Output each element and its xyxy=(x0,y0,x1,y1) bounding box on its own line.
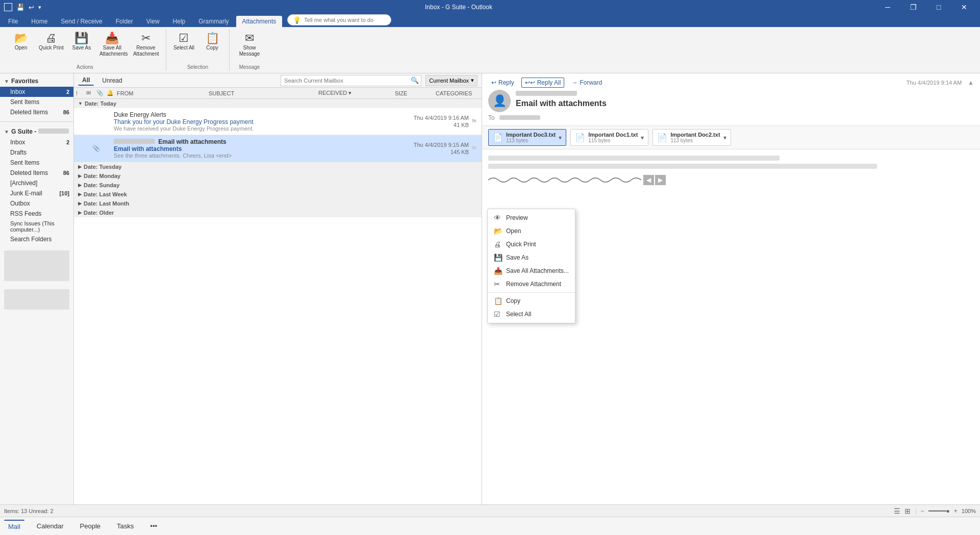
filter-all[interactable]: All xyxy=(78,75,94,86)
sidebar-item-sent[interactable]: Sent Items xyxy=(0,97,73,107)
tell-me-box[interactable]: 💡 xyxy=(287,14,391,26)
tab-view[interactable]: View xyxy=(140,16,166,27)
date-group-lastweek[interactable]: ▶Date: Last Week xyxy=(74,190,482,199)
context-open-icon: 📂 xyxy=(494,227,502,235)
sunday-label: Date: Sunday xyxy=(84,182,119,188)
scroll-up-icon[interactable]: ▲ xyxy=(968,79,974,86)
header-subject[interactable]: SUBJECT xyxy=(209,90,318,96)
sidebar-item-sent2[interactable]: Sent Items xyxy=(0,158,73,168)
nav-more[interactable]: ••• xyxy=(146,520,161,532)
mailbox-dropdown[interactable]: Current Mailbox ▾ xyxy=(425,75,478,86)
nav-tasks[interactable]: Tasks xyxy=(113,520,138,532)
save-all-button[interactable]: 📥 Save All Attachments xyxy=(96,31,128,59)
context-select-all[interactable]: ☑ Select All xyxy=(488,308,575,321)
zoom-minus[interactable]: − xyxy=(921,507,924,515)
zoom-plus[interactable]: + xyxy=(954,507,958,515)
attachment-item-1[interactable]: 📄 Important Doc3.txt 113 bytes ▾ xyxy=(488,129,566,146)
prev-arrow[interactable]: ◀ xyxy=(643,175,654,185)
tab-attachments[interactable]: Attachments xyxy=(236,16,283,27)
select-all-button[interactable]: ☑ Select All xyxy=(170,31,197,53)
context-save-as[interactable]: 💾 Save As xyxy=(488,251,575,264)
sidebar-item-inbox[interactable]: Inbox 2 xyxy=(0,87,73,97)
close-button[interactable]: ✕ xyxy=(952,0,976,14)
window-title: Inbox - G Suite - Outlook xyxy=(41,4,876,11)
nav-calendar[interactable]: Calendar xyxy=(33,520,68,532)
header-size[interactable]: SIZE xyxy=(395,90,436,96)
search-input[interactable] xyxy=(281,78,409,84)
tab-file[interactable]: File xyxy=(2,16,24,27)
reply-all-button[interactable]: ↩↩ Reply All xyxy=(521,78,565,88)
reading-pane-icon[interactable]: ⊞ xyxy=(904,507,911,515)
att-arrow-3[interactable]: ▾ xyxy=(723,134,726,141)
context-save-all[interactable]: 📥 Save All Attachments... xyxy=(488,264,575,277)
email-flag-1[interactable]: ⚑ xyxy=(471,117,478,125)
gsuite-header[interactable]: ▼ G Suite - xyxy=(0,126,73,137)
header-received[interactable]: RECEIVED ▾ xyxy=(318,90,395,96)
sidebar-item-deleted[interactable]: Deleted Items 86 xyxy=(0,107,73,117)
tell-me-input[interactable] xyxy=(304,17,386,23)
att-size-3: 113 bytes xyxy=(670,138,720,143)
email-flag-2[interactable]: ⚑ xyxy=(471,144,478,152)
sidebar-item-search-folders[interactable]: Search Folders xyxy=(0,234,73,244)
email-row-2[interactable]: 📎 Email with attachments Email with atta… xyxy=(74,135,482,162)
open-button[interactable]: 📂 Open xyxy=(8,31,34,53)
zoom-slider[interactable]: ━━━━━● xyxy=(928,507,950,515)
context-quick-print[interactable]: 🖨 Quick Print xyxy=(488,238,575,251)
sidebar-item-outbox[interactable]: Outbox xyxy=(0,198,73,209)
title-bar-controls: ─ ❐ □ ✕ xyxy=(876,0,976,14)
reply-button[interactable]: ↩ Reply xyxy=(488,78,517,87)
restore-button[interactable]: ❐ xyxy=(901,0,925,14)
nav-mail[interactable]: Mail xyxy=(4,520,24,532)
save-as-button[interactable]: 💾 Save As xyxy=(69,31,94,53)
reading-pane-header: ↩ Reply ↩↩ Reply All → Forward Thu 4/4/2… xyxy=(482,73,980,126)
next-arrow[interactable]: ▶ xyxy=(655,175,666,185)
attachment-item-3[interactable]: 📄 Important Doc2.txt 113 bytes ▾ xyxy=(652,129,731,146)
tab-folder[interactable]: Folder xyxy=(110,16,139,27)
context-copy[interactable]: 📋 Copy xyxy=(488,294,575,308)
date-group-today[interactable]: ▼ Date: Today xyxy=(74,99,482,108)
nav-people[interactable]: People xyxy=(76,520,105,532)
sidebar-item-deleted2[interactable]: Deleted Items 86 xyxy=(0,168,73,178)
list-view-icon[interactable]: ☰ xyxy=(894,507,900,515)
sidebar-item-gsuite-inbox[interactable]: Inbox 2 xyxy=(0,137,73,147)
filter-unread[interactable]: Unread xyxy=(98,76,126,85)
remove-attachment-button[interactable]: ✂ Remove Attachment xyxy=(130,31,162,59)
older-expand-icon: ▶ xyxy=(78,210,82,215)
maximize-button[interactable]: □ xyxy=(927,0,950,14)
header-from[interactable]: FROM xyxy=(117,90,209,96)
bottom-nav: Mail Calendar People Tasks ••• xyxy=(0,517,980,535)
copy-button[interactable]: 📋 Copy xyxy=(199,31,225,53)
tab-help[interactable]: Help xyxy=(167,16,192,27)
quick-print-button[interactable]: 🖨 Quick Print xyxy=(36,31,67,53)
forward-button[interactable]: → Forward xyxy=(568,78,605,87)
context-remove-label: Remove Attachment xyxy=(506,281,561,288)
date-group-sunday[interactable]: ▶Date: Sunday xyxy=(74,181,482,190)
date-group-lastmonth[interactable]: ▶Date: Last Month xyxy=(74,199,482,208)
minimize-button[interactable]: ─ xyxy=(876,0,899,14)
email-row-1[interactable]: Duke Energy Alerts Thank you for your Du… xyxy=(74,108,482,135)
date-group-monday[interactable]: ▶Date: Monday xyxy=(74,171,482,181)
sidebar-item-sync[interactable]: Sync Issues (This computer...) xyxy=(0,219,73,234)
quick-save-icon[interactable]: 💾 xyxy=(16,4,24,11)
search-icon[interactable]: 🔍 xyxy=(409,77,421,84)
context-open[interactable]: 📂 Open xyxy=(488,224,575,238)
tab-send-receive[interactable]: Send / Receive xyxy=(55,16,108,27)
tab-home[interactable]: Home xyxy=(25,16,54,27)
show-message-button[interactable]: ✉ Show Message xyxy=(234,31,265,59)
quick-undo-icon[interactable]: ↩ xyxy=(29,4,34,11)
attachment-item-2[interactable]: 📄 Important Doc1.txt 115 bytes ▾ xyxy=(570,129,648,146)
date-group-older[interactable]: ▶Date: Older xyxy=(74,208,482,217)
context-preview[interactable]: 👁 Preview xyxy=(488,211,575,224)
sidebar-item-archived[interactable]: [Archived] xyxy=(0,178,73,188)
favorites-header[interactable]: ▼ Favorites xyxy=(0,75,73,87)
tab-grammarly[interactable]: Grammarly xyxy=(192,16,235,27)
deleted2-label: Deleted Items xyxy=(10,169,48,176)
sidebar-item-junk[interactable]: Junk E-mail [10] xyxy=(0,188,73,198)
att-arrow-2[interactable]: ▾ xyxy=(641,134,644,141)
date-group-tuesday[interactable]: ▶Date: Tuesday xyxy=(74,162,482,171)
sidebar-item-rss[interactable]: RSS Feeds xyxy=(0,209,73,219)
sidebar-item-drafts[interactable]: Drafts xyxy=(0,147,73,158)
att-arrow-1[interactable]: ▾ xyxy=(559,134,562,141)
header-categories[interactable]: CATEGORIES xyxy=(436,90,480,96)
context-remove[interactable]: ✂ Remove Attachment xyxy=(488,277,575,291)
